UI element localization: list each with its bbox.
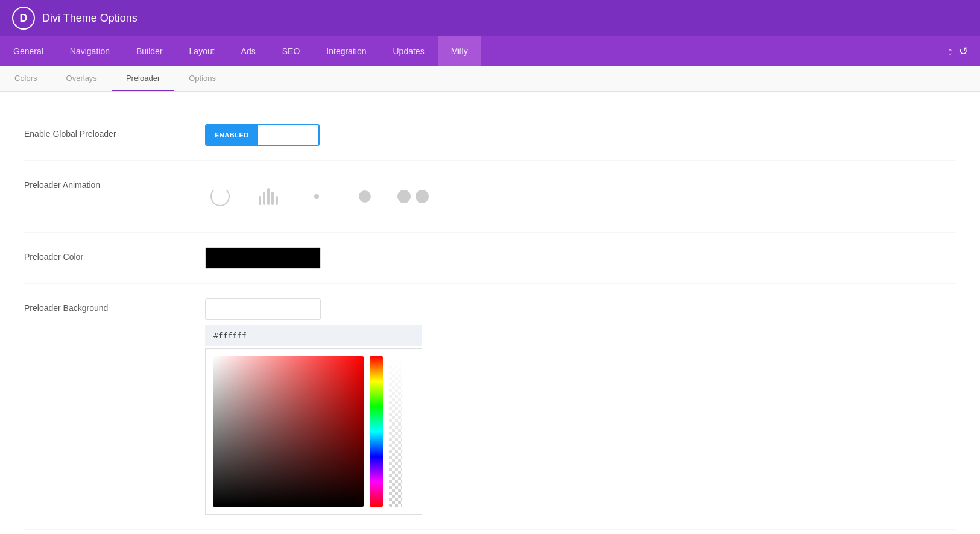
tab-colors[interactable]: Colors — [0, 66, 52, 91]
preloader-background-control — [205, 298, 956, 515]
setting-preloader-animation: Preloader Animation — [24, 161, 956, 233]
nav-item-seo[interactable]: SEO — [269, 36, 314, 66]
anim-option-dot-medium[interactable] — [350, 181, 380, 212]
preloader-color-control — [205, 247, 956, 269]
header-logo: D Divi Theme Options — [12, 7, 138, 30]
tab-preloader[interactable]: Preloader — [112, 66, 174, 91]
nav-item-builder[interactable]: Builder — [123, 36, 176, 66]
anim-option-dot-small[interactable] — [302, 181, 332, 212]
dot-medium-icon — [359, 190, 371, 203]
bar1 — [259, 196, 261, 205]
setting-enable-preloader: Enable Global Preloader ENABLED — [24, 110, 956, 161]
color-hex-input[interactable] — [205, 325, 422, 346]
nav-item-updates[interactable]: Updates — [379, 36, 437, 66]
toggle-enabled-label: ENABLED — [206, 125, 258, 145]
saturation-panel[interactable] — [213, 356, 364, 507]
app-title: Divi Theme Options — [42, 12, 138, 25]
preloader-background-label: Preloader Background — [24, 298, 205, 313]
navbar: General Navigation Builder Layout Ads SE… — [0, 36, 980, 66]
preloader-animation-control — [205, 175, 956, 218]
spinner-icon — [210, 187, 230, 206]
anim-option-bars[interactable] — [253, 181, 283, 212]
alpha-slider[interactable] — [389, 356, 402, 507]
bar2 — [263, 192, 265, 205]
bars-icon — [259, 188, 278, 205]
bar4 — [271, 192, 274, 205]
sort-icon[interactable]: ↕ — [947, 45, 953, 58]
tab-options[interactable]: Options — [174, 66, 230, 91]
nav-item-layout[interactable]: Layout — [176, 36, 228, 66]
anim-option-dots-double[interactable] — [398, 181, 428, 212]
nav-actions: ↕ ↺ — [947, 36, 980, 66]
tabs-bar: Colors Overlays Preloader Options — [0, 66, 980, 92]
bar5 — [276, 196, 278, 205]
preloader-background-swatch[interactable] — [205, 298, 321, 320]
nav-item-general[interactable]: General — [0, 36, 57, 66]
anim-option-spinner[interactable] — [205, 181, 235, 212]
animation-options — [205, 175, 956, 218]
hue-slider[interactable] — [370, 356, 383, 507]
color-picker — [205, 348, 422, 515]
enable-preloader-label: Enable Global Preloader — [24, 124, 205, 139]
preloader-toggle[interactable]: ENABLED — [205, 124, 320, 146]
dot-small-icon — [314, 194, 319, 199]
preloader-animation-label: Preloader Animation — [24, 175, 205, 190]
dot-double-1 — [397, 190, 411, 203]
setting-preloader-background: Preloader Background — [24, 284, 956, 530]
divi-logo: D — [12, 7, 35, 30]
setting-preloader-color: Preloader Color — [24, 233, 956, 284]
nav-item-navigation[interactable]: Navigation — [57, 36, 123, 66]
bar3 — [267, 188, 270, 205]
preloader-color-label: Preloader Color — [24, 247, 205, 262]
nav-item-ads[interactable]: Ads — [228, 36, 269, 66]
tab-overlays[interactable]: Overlays — [52, 66, 112, 91]
main-content: Enable Global Preloader ENABLED Preloade… — [0, 92, 980, 534]
enable-preloader-control: ENABLED — [205, 124, 956, 146]
toggle-disabled-area — [258, 125, 318, 145]
preloader-color-swatch[interactable] — [205, 247, 321, 269]
dots-double-icon — [397, 190, 429, 203]
nav-item-milly[interactable]: Milly — [438, 36, 481, 66]
dot-double-2 — [416, 190, 429, 203]
header: D Divi Theme Options — [0, 0, 980, 36]
reset-icon[interactable]: ↺ — [959, 45, 968, 58]
nav-item-integration[interactable]: Integration — [313, 36, 379, 66]
